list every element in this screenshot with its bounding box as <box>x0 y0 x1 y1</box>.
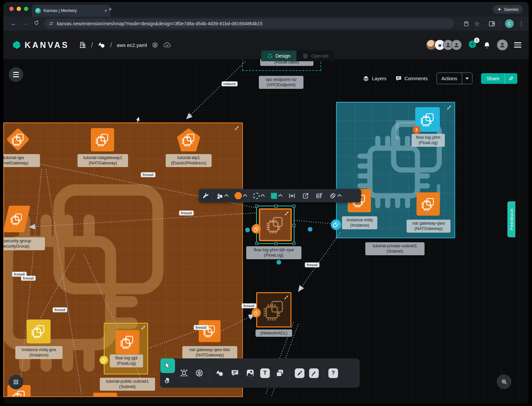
kubernetes-tool[interactable] <box>194 368 205 378</box>
edge-label-firewall[interactable]: firewall <box>53 307 67 312</box>
background-style-button[interactable] <box>267 189 285 202</box>
design-canvas[interactable]: (RouteTable) vpc endpoint-slz(VPCEndpoin… <box>3 59 529 404</box>
browser-profile-avatar[interactable]: C <box>505 19 514 28</box>
node-partial[interactable] <box>93 393 117 397</box>
gemini-button[interactable]: Gemini <box>493 5 523 14</box>
collaborator-avatar[interactable] <box>451 40 462 50</box>
edge-label-firewall[interactable]: firewall <box>141 172 155 177</box>
kanvas-logo[interactable]: KANVAS <box>12 40 69 50</box>
organization-icon[interactable] <box>79 41 87 49</box>
node-label-eip1[interactable]: tutorial-eip1(ElasticIPAddress) <box>166 154 212 167</box>
workspace-shapes-icon[interactable] <box>97 41 105 49</box>
edge-label-firewall[interactable]: firewall <box>194 325 208 330</box>
node-label-private-subnet[interactable]: tutorial-private-subnet1(Subnet) <box>365 242 425 255</box>
collapse-icon[interactable] <box>235 126 239 130</box>
app-menu-icon[interactable] <box>514 41 521 49</box>
node-label-vpc-endpoint[interactable]: vpc endpoint-slz(VPCEndpoint) <box>259 76 303 89</box>
actions-dropdown-caret[interactable] <box>462 73 472 84</box>
forward-button[interactable]: → <box>19 20 31 27</box>
edge-label-firewall[interactable]: firewall <box>242 304 256 308</box>
node-label-nat-bbc[interactable]: nat gateway-qwo-bbc(NATGateway) <box>182 346 237 359</box>
edge-badge-orange[interactable] <box>252 224 261 234</box>
shape-picker-button[interactable] <box>213 189 231 202</box>
browser-menu-icon[interactable]: ⋮ <box>518 20 524 27</box>
window-controls[interactable] <box>9 7 28 11</box>
side-panel-icon[interactable] <box>488 20 495 27</box>
back-button[interactable]: ← <box>8 20 19 27</box>
maximize-window-icon[interactable] <box>24 7 28 11</box>
node-label-instance-mdq[interactable]: instance-mdq(Instance) <box>342 216 377 229</box>
note-tool[interactable] <box>274 368 285 378</box>
tools-wrench-button[interactable] <box>199 189 213 202</box>
bell-icon[interactable] <box>483 41 491 49</box>
brush-tool[interactable] <box>309 368 319 378</box>
close-window-icon[interactable] <box>9 7 14 11</box>
feedback-tab[interactable]: Feedback <box>507 201 515 237</box>
reload-button[interactable] <box>31 20 42 27</box>
node-internet-gateway[interactable] <box>7 128 29 151</box>
border-style-button[interactable] <box>250 189 267 202</box>
extensions-flower-icon[interactable] <box>152 42 158 48</box>
pen-tool[interactable] <box>295 368 304 378</box>
shapes-tool[interactable] <box>214 368 225 378</box>
edge-label-firewall[interactable]: firewall <box>21 276 36 281</box>
node-nat-gateway-qwo[interactable] <box>417 192 440 216</box>
node-flow-log-gpt[interactable] <box>115 330 139 354</box>
design-file-name[interactable]: aws ec2.yaml <box>117 42 147 48</box>
edge-badge-yellow[interactable] <box>99 356 108 364</box>
bookmark-star-icon[interactable]: ☆ <box>474 20 480 28</box>
edge-badge-orange[interactable] <box>252 308 261 317</box>
mesh-components-tool[interactable] <box>179 368 189 378</box>
connection-dot[interactable] <box>308 227 312 232</box>
help-button[interactable]: ? <box>328 368 338 378</box>
node-nat-gateway-bbc[interactable] <box>199 320 221 342</box>
lasso-button[interactable] <box>326 189 344 202</box>
open-external-button[interactable] <box>299 189 312 202</box>
connection-dot[interactable] <box>245 228 250 232</box>
node-label-igw[interactable]: tutorial-igwternetGateway) <box>3 154 40 167</box>
apps-grid-button[interactable] <box>9 375 23 389</box>
node-label-security-group[interactable]: al-security-groupSecurityGroup) <box>3 237 45 250</box>
edge-label-network[interactable]: network <box>222 82 238 86</box>
node-label-natgateway1[interactable]: tutorial-natgateway1(NATGateway) <box>78 154 128 167</box>
address-bar[interactable]: kanvas.new/extension/meshmap?mode=design… <box>44 19 454 29</box>
collapse-icon[interactable] <box>447 105 451 109</box>
resize-width-button[interactable] <box>285 189 299 202</box>
comments-button[interactable]: Comments <box>395 75 428 82</box>
edge-label-firewall[interactable]: firewall <box>305 263 319 267</box>
site-settings-icon[interactable] <box>49 21 54 26</box>
pan-hand-tool[interactable] <box>160 373 175 388</box>
comment-tool[interactable] <box>230 368 240 378</box>
node-label-instance-gnx[interactable]: instance-mdq-gnx(Instance) <box>15 346 63 359</box>
canvas-menu-button[interactable] <box>9 67 23 82</box>
add-image-button[interactable] <box>312 189 326 202</box>
minimize-window-icon[interactable] <box>17 7 21 11</box>
node-network-acl[interactable] <box>256 292 291 327</box>
node-label-flow-log-gpt[interactable]: flow log-gpt(FlowLog) <box>110 354 143 367</box>
share-button[interactable]: Share <box>481 73 517 84</box>
actions-button[interactable]: Actions <box>437 73 473 84</box>
node-label-flow-log-kjh[interactable]: flow log-yhm-kjh-xyw(FlowLog) <box>246 246 301 259</box>
edge-label-firewall[interactable]: firewall <box>179 211 194 215</box>
user-avatar[interactable] <box>497 39 508 51</box>
node-label-public-subnet[interactable]: tutorial-public-subnet1(Subnet) <box>100 378 155 391</box>
node-instance-gnx[interactable] <box>27 319 51 343</box>
tab-design[interactable]: Design <box>261 51 296 61</box>
collapse-icon[interactable] <box>141 325 145 329</box>
layers-button[interactable]: Layers <box>363 75 387 82</box>
node-label-flow-log-yhm[interactable]: flow log-yhm(FlowLog) <box>412 134 445 147</box>
node-label-nat-qwo[interactable]: nat gateway-qwo(NATGateway) <box>407 220 450 233</box>
text-tool[interactable]: T <box>260 368 270 378</box>
zoom-button[interactable] <box>497 374 511 389</box>
tab-close-icon[interactable]: × <box>104 8 107 13</box>
connection-dot[interactable] <box>276 260 281 265</box>
edge-badge-cyan[interactable] <box>331 219 341 230</box>
share-link-icon[interactable] <box>505 73 517 84</box>
node-nat-gateway-1[interactable] <box>91 128 114 151</box>
meshery-notifications[interactable]: 0 <box>468 40 477 50</box>
collapse-icon[interactable] <box>284 295 288 299</box>
image-tool[interactable] <box>245 368 256 378</box>
collapse-icon[interactable] <box>284 211 289 215</box>
collaborator-avatars[interactable] <box>429 40 462 50</box>
save-icon[interactable] <box>463 21 469 27</box>
